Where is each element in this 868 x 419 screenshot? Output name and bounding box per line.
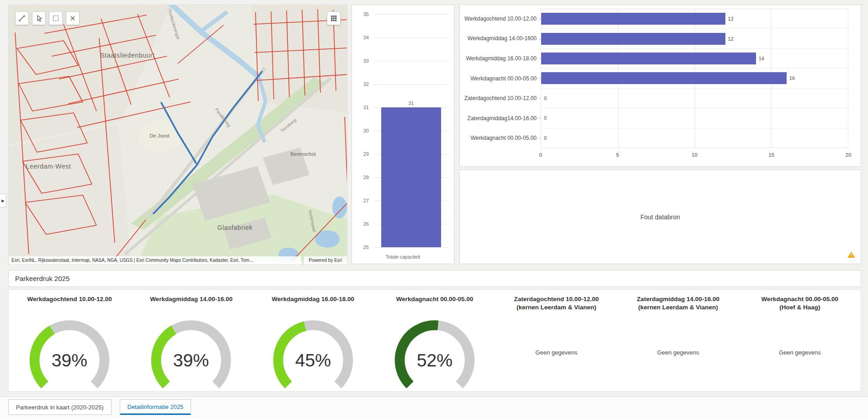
gridline xyxy=(374,61,448,61)
bottom-tab-bar: Parkeerdruk in kaart (2020-2025) Detaili… xyxy=(0,397,868,419)
y-tick-label: 29 xyxy=(363,151,369,157)
gauge-column: Werkdagmiddag 16.00-18.0045% xyxy=(252,290,374,391)
bar-value-label: 14 xyxy=(759,56,764,61)
x-tick-label: 15 xyxy=(768,152,774,158)
gridline xyxy=(374,14,448,15)
period-chart-category-labels: Werkdagochtend 10.00-12.00Werkdagmiddag … xyxy=(460,9,541,148)
capacity-chart-panel: 3534333231302928272625 31 Totale capacit… xyxy=(351,5,454,264)
chart-row: 12 xyxy=(541,9,848,29)
capacity-chart-xlabel: Totale capaciteit xyxy=(352,254,454,260)
y-tick-label: 26 xyxy=(363,221,369,227)
chart-row: 0 xyxy=(541,108,848,128)
powered-by-esri: Powered by Esri xyxy=(304,256,347,265)
gauge-column: Zaterdagochtend 10.00-12.00(kernen Leerd… xyxy=(495,290,617,391)
map-label: Leerdam-West xyxy=(26,163,71,170)
category-label: Zaterdagochtend 10.00-12.00 xyxy=(460,88,541,108)
gauge: 39% xyxy=(146,315,236,392)
map-panel: StaatsliedenbuurtThorbeckesingelTiendweg… xyxy=(8,5,347,265)
map-toolbar xyxy=(15,11,80,25)
chart-row: 14 xyxy=(541,49,848,69)
tab-parkeerdruk-in-kaart[interactable]: Parkeerdruk in kaart (2020-2025) xyxy=(8,399,112,415)
map-canvas[interactable]: StaatsliedenbuurtThorbeckesingelTiendweg… xyxy=(9,5,347,265)
period-chart-panel: Werkdagochtend 10.00-12.00Werkdagmiddag … xyxy=(459,5,861,167)
gridline xyxy=(374,247,448,248)
no-data-label: Geen gegevens xyxy=(617,349,739,356)
gauge-header: Zaterdagmiddag 14.00-16.00(kernen Leerda… xyxy=(617,295,739,312)
category-label: Zaterdagmiddag14.00-16.00 xyxy=(460,108,541,128)
error-panel: Fout databron xyxy=(459,170,861,264)
gauge-percent-label: 45% xyxy=(295,350,330,370)
category-label: Werkdagmiddag 16.00-18.00 xyxy=(460,48,541,69)
period-bar[interactable] xyxy=(541,13,725,25)
period-bar[interactable] xyxy=(541,72,787,84)
gauge-title: Werkdagochtend 10.00-12.00 xyxy=(9,295,130,303)
warning-triangle-icon[interactable] xyxy=(847,251,855,260)
gauge-column: Zaterdagmiddag 14.00-16.00(kernen Leerda… xyxy=(617,290,739,391)
bar-value-label: 0 xyxy=(544,115,547,121)
gauge-title: Werkdagnacht 00.00-05.00 xyxy=(374,295,495,303)
grid-icon xyxy=(330,14,338,22)
x-tick-label: 20 xyxy=(846,152,852,158)
capacity-bar[interactable] xyxy=(381,107,441,247)
map-label: De Joost xyxy=(149,133,169,138)
measure-icon xyxy=(18,14,26,22)
gauge-subtitle: (Hoef & Haag) xyxy=(739,303,861,312)
period-chart-plot: 12121416000 xyxy=(541,9,848,148)
gauge-percent-label: 52% xyxy=(417,350,453,370)
gauge-header: Werkdagochtend 10.00-12.00 xyxy=(9,295,130,312)
gauge-title: Zaterdagmiddag 14.00-16.00 xyxy=(617,295,739,303)
clear-selection-button[interactable] xyxy=(66,11,80,25)
gridline xyxy=(374,84,448,85)
gauge-header: Werkdagmiddag 14.00-16.00 xyxy=(130,295,252,312)
select-button[interactable] xyxy=(32,11,46,25)
gauge: 45% xyxy=(268,315,358,392)
no-data-label: Geen gegevens xyxy=(495,349,617,356)
y-tick-label: 34 xyxy=(363,35,369,40)
gridline xyxy=(374,37,448,38)
gauge-column: Werkdagochtend 10.00-12.0039% xyxy=(9,290,130,391)
basemap-button[interactable] xyxy=(327,11,341,25)
error-message: Fout databron xyxy=(640,213,680,221)
bar-value-label: 12 xyxy=(728,16,734,21)
period-bar[interactable] xyxy=(541,33,725,45)
category-label: Werkdagochtend 10.00-12.00 xyxy=(460,9,541,29)
chart-row: 12 xyxy=(541,29,848,48)
capacity-chart-yaxis: 3534333231302928272625 xyxy=(352,14,372,247)
gridline xyxy=(848,9,848,148)
left-panel-expander[interactable]: ▶ xyxy=(0,194,6,207)
map-label: Staatsliedenbuurt xyxy=(100,52,154,59)
gauge-header: Werkdagmiddag 16.00-18.00 xyxy=(252,295,374,312)
rectangle-select-button[interactable] xyxy=(49,11,63,25)
bar-value-label: 31 xyxy=(374,101,448,106)
gauge-title: Werkdagnacht 00.00-05.00 xyxy=(739,295,861,303)
category-label: Werkdagnacht 00.00-05.00 xyxy=(460,128,541,148)
period-chart-xaxis: 05101520 xyxy=(541,152,848,159)
tab-detailinformatie[interactable]: Detailinformatie 2025 xyxy=(120,399,192,415)
x-tick-label: 0 xyxy=(539,152,542,158)
capacity-chart-plot: 31 xyxy=(374,14,448,247)
gauge-value-arc xyxy=(156,330,174,385)
y-tick-label: 28 xyxy=(363,175,369,180)
gauge-column: Werkdagmiddag 14.00-16.0039% xyxy=(130,290,252,391)
measure-button[interactable] xyxy=(15,11,29,25)
bar-value-label: 16 xyxy=(789,75,795,81)
no-data-label: Geen gegevens xyxy=(739,349,861,356)
gauge-subtitle: (kernen Leerdam & Vianen) xyxy=(617,303,739,312)
gauge-header: Werkdagnacht 00.00-05.00 xyxy=(374,295,495,312)
parkeerdruk-header: Parkeerdruk 2025 xyxy=(8,270,861,287)
gauge-value-arc xyxy=(35,330,53,385)
y-tick-label: 30 xyxy=(363,128,369,133)
gauge-column: Werkdagnacht 00.00-05.0052% xyxy=(374,290,495,391)
x-tick-label: 10 xyxy=(692,152,698,158)
parkeerdruk-title: Parkeerdruk 2025 xyxy=(15,275,69,282)
gauge-title: Werkdagmiddag 16.00-18.00 xyxy=(252,295,374,303)
gauge: 39% xyxy=(25,315,114,392)
y-tick-label: 31 xyxy=(363,105,369,110)
map-label: Berenschot xyxy=(290,151,316,157)
period-bar[interactable] xyxy=(541,53,756,64)
chart-row: 0 xyxy=(541,89,848,108)
y-tick-label: 32 xyxy=(363,81,369,87)
gauge-header: Werkdagnacht 00.00-05.00(Hoef & Haag) xyxy=(739,295,861,312)
y-tick-label: 33 xyxy=(363,58,369,64)
y-tick-label: 25 xyxy=(363,244,369,250)
